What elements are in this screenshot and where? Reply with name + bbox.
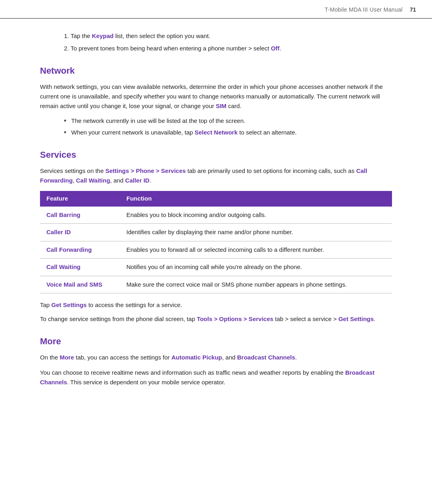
- more-body2: You can choose to receive realtime news …: [40, 368, 392, 387]
- network-heading: Network: [40, 64, 392, 77]
- function-col-header: Function: [120, 191, 392, 207]
- more-tab-link: More: [60, 354, 74, 361]
- feature-col-header: Feature: [40, 191, 120, 207]
- more-body1: On the More tab, you can access the sett…: [40, 353, 392, 362]
- keypad-link: Keypad: [92, 32, 114, 39]
- services-note1: Tap Get Settings to access the settings …: [40, 301, 392, 310]
- caller-id-link: Caller ID: [125, 177, 150, 184]
- services-note2: To change service settings from the phon…: [40, 315, 392, 324]
- header-title: T-Mobile MDA III User Manual: [325, 6, 403, 14]
- voicemail-sms-function: Make sure the correct voice mail or SMS …: [120, 276, 392, 293]
- network-bullet-2: When your current network is unavailable…: [64, 128, 392, 137]
- table-header-row: Feature Function: [40, 191, 392, 207]
- call-waiting-function: Notifies you of an incoming call while y…: [120, 259, 392, 276]
- off-link: Off: [271, 45, 280, 52]
- call-waiting-link: Call Waiting: [76, 177, 110, 184]
- network-bullets: The network currently in use will be lis…: [64, 116, 392, 137]
- table-row: Call Forwarding Enables you to forward a…: [40, 241, 392, 259]
- get-settings-link1: Get Settings: [51, 301, 86, 308]
- table-row: Voice Mail and SMS Make sure the correct…: [40, 276, 392, 293]
- services-table: Feature Function Call Barring Enables yo…: [40, 191, 392, 293]
- network-section: Network With network settings, you can v…: [40, 64, 392, 137]
- services-section: Services Services settings on the Settin…: [40, 148, 392, 323]
- automatic-pickup-link: Automatic Pickup: [172, 354, 222, 361]
- call-barring-function: Enables you to block incoming and/or out…: [120, 207, 392, 224]
- select-network-link: Select Network: [195, 129, 238, 136]
- intro-step-2: 2. To prevent tones from being heard whe…: [64, 44, 392, 53]
- table-row: Caller ID Identifies caller by displayin…: [40, 224, 392, 241]
- services-body: Services settings on the Settings > Phon…: [40, 166, 392, 185]
- network-bullet-1: The network currently in use will be lis…: [64, 116, 392, 126]
- table-row: Call Waiting Notifies you of an incoming…: [40, 259, 392, 276]
- page-number: 71: [410, 6, 416, 14]
- intro-steps: 1. Tap the Keypad list, then select the …: [64, 32, 392, 53]
- table-row: Call Barring Enables you to block incomi…: [40, 207, 392, 224]
- more-section: More On the More tab, you can access the…: [40, 335, 392, 387]
- tools-options-services-link: Tools > Options > Services: [197, 315, 273, 322]
- call-barring-feature: Call Barring: [40, 207, 120, 224]
- call-forwarding-feature: Call Forwarding: [40, 241, 120, 259]
- sim-link: SIM: [216, 102, 226, 109]
- caller-id-feature: Caller ID: [40, 224, 120, 241]
- services-heading: Services: [40, 148, 392, 161]
- intro-step-1: 1. Tap the Keypad list, then select the …: [64, 32, 392, 41]
- call-waiting-feature: Call Waiting: [40, 259, 120, 276]
- broadcast-channels-link1: Broadcast Chan­nels: [237, 354, 295, 361]
- caller-id-function: Identifies caller by displaying their na…: [120, 224, 392, 241]
- more-heading: More: [40, 335, 392, 348]
- page-header: T-Mobile MDA III User Manual 71: [0, 0, 432, 19]
- network-body: With network settings, you can view avai…: [40, 82, 392, 111]
- settings-phone-services-link: Settings > Phone > Services: [105, 167, 186, 174]
- broadcast-channels-link2: Broadcast Channels: [40, 369, 374, 386]
- get-settings-link2: Get Settings: [338, 315, 374, 322]
- voicemail-sms-feature: Voice Mail and SMS: [40, 276, 120, 293]
- call-forwarding-function: Enables you to forward all or selected i…: [120, 241, 392, 259]
- page-content: 1. Tap the Keypad list, then select the …: [0, 19, 432, 409]
